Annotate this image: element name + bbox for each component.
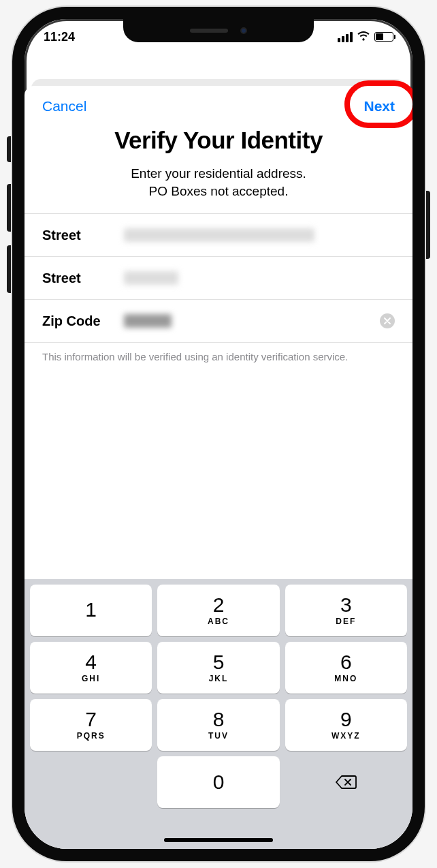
modal-sheet: Cancel Next Verify Your Identity Enter y… [25, 86, 412, 849]
street-1-label: Street [42, 228, 124, 243]
page-subtitle: Enter your residential address. PO Boxes… [45, 165, 392, 200]
keypad-key-4[interactable]: 4GHI [30, 642, 152, 694]
backspace-icon [335, 774, 357, 790]
keypad-key-0[interactable]: 0 [157, 756, 279, 808]
wifi-icon [357, 31, 370, 42]
keypad-key-6[interactable]: 6MNO [285, 642, 407, 694]
keypad-key-2[interactable]: 2ABC [157, 585, 279, 636]
street-2-label: Street [42, 270, 124, 286]
phone-frame: 11:24 Cancel Next Verify Your Identity E… [12, 7, 425, 861]
page-title: Verify Your Identity [45, 127, 392, 154]
keypad-key-1[interactable]: 1 [30, 585, 152, 636]
cellular-signal-icon [338, 32, 353, 42]
numeric-keypad: 1 2ABC 3DEF 4GHI 5JKL 6MNO 7PQRS 8TUV 9W… [25, 579, 412, 849]
keypad-spacer [30, 756, 152, 808]
home-indicator[interactable] [164, 838, 273, 842]
street-1-row[interactable]: Street [25, 214, 412, 257]
keypad-key-7[interactable]: 7PQRS [30, 699, 152, 751]
zip-code-label: Zip Code [42, 313, 124, 329]
notch [123, 19, 314, 42]
zip-code-input[interactable] [124, 313, 395, 329]
street-1-input[interactable] [124, 227, 395, 243]
footer-note: This information will be verified using … [25, 343, 412, 371]
clear-icon[interactable] [380, 313, 395, 328]
keypad-key-8[interactable]: 8TUV [157, 699, 279, 751]
keypad-backspace[interactable] [285, 756, 407, 808]
next-button[interactable]: Next [363, 98, 395, 114]
keypad-key-3[interactable]: 3DEF [285, 585, 407, 636]
keypad-key-9[interactable]: 9WXYZ [285, 699, 407, 751]
status-time: 11:24 [44, 30, 75, 44]
keypad-key-5[interactable]: 5JKL [157, 642, 279, 694]
street-2-input[interactable] [124, 270, 395, 286]
battery-icon [374, 32, 393, 42]
cancel-button[interactable]: Cancel [42, 98, 86, 114]
zip-code-row[interactable]: Zip Code [25, 300, 412, 343]
street-2-row[interactable]: Street [25, 257, 412, 300]
